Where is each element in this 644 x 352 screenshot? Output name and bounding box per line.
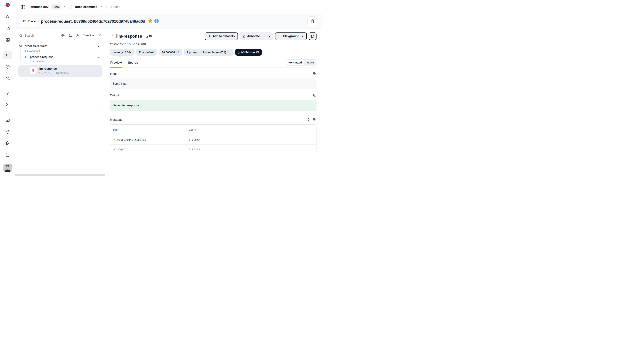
file-json-icon: [6, 91, 10, 96]
rail-datasets[interactable]: [3, 151, 12, 159]
horizontal-scrollbar[interactable]: [16, 174, 105, 176]
tree-node-label: process-request: [24, 44, 48, 48]
collapse-node-button[interactable]: [97, 45, 100, 49]
rail-annotation[interactable]: [3, 139, 12, 147]
collapse-node-button[interactable]: [97, 56, 100, 60]
copy-input-button[interactable]: [313, 72, 316, 76]
rail-search[interactable]: [3, 13, 12, 21]
user-avatar[interactable]: [4, 164, 12, 172]
trace-type-chip: Trace: [20, 17, 38, 26]
copy-metadata-button[interactable]: [313, 118, 316, 122]
cost-badge[interactable]: $0.000004: [159, 49, 182, 56]
rail-traces[interactable]: [3, 51, 12, 59]
expand-metadata-button[interactable]: [307, 118, 310, 122]
rail-insights[interactable]: [3, 128, 12, 136]
users-icon: [6, 76, 10, 80]
trace-tree-icon: [23, 19, 26, 23]
rail-playground[interactable]: [3, 101, 12, 109]
input-section-header: Input: [110, 72, 316, 76]
annotate-button[interactable]: Annotate: [240, 32, 262, 40]
input-content: Some input: [110, 78, 316, 89]
rail-prompts[interactable]: [3, 90, 12, 97]
public-share-button[interactable]: [154, 19, 159, 24]
output-label: Output: [110, 94, 119, 97]
output-section-header: Output: [110, 94, 316, 97]
observation-timestamp: 2025-12-03 15:56:19.289: [110, 43, 316, 46]
chevron-right-icon: [113, 139, 116, 141]
rail-users[interactable]: [3, 74, 12, 82]
chevron-down-icon: [301, 35, 304, 38]
llm-pinwheel-icon: [110, 34, 114, 39]
database-icon: [6, 153, 10, 157]
search-icon: [6, 15, 10, 19]
search-input[interactable]: Search: [19, 34, 58, 37]
tree-node-usage: 2 → 2 (Σ 4): [38, 72, 52, 75]
annotate-dropdown-button[interactable]: [266, 32, 273, 40]
bookmark-star-button[interactable]: [148, 19, 153, 24]
breadcrumb-org[interactable]: langfuse-dev: [30, 5, 48, 9]
trace-tree: process-request Σ $0.000004 process-requ…: [16, 42, 105, 77]
copy-icon: [313, 118, 316, 122]
timeline-toggle[interactable]: Timeline: [83, 34, 94, 37]
dashboard-icon: [6, 38, 10, 42]
unfold-vertical-icon: [307, 118, 310, 122]
tab-preview[interactable]: Preview: [110, 60, 122, 67]
trash-icon: [310, 19, 314, 23]
trace-title: process-request: b8789d62464dc7627016d97…: [41, 19, 145, 24]
model-badge[interactable]: gpt-3.5-turbo: [235, 49, 262, 56]
id-label: ID: [149, 35, 152, 38]
breadcrumb-section[interactable]: Traces: [111, 5, 120, 9]
sidebar-toggle-button[interactable]: [20, 4, 26, 10]
tree-settings-button[interactable]: [68, 34, 72, 37]
observation-title: llm-response: [116, 34, 142, 39]
metadata-row-value: 3 items: [188, 148, 314, 151]
content-split: Search Timeline: [16, 29, 322, 176]
tree-node-generation-selected[interactable]: llm-response 2 → 2 (Σ 4) $0.000004: [18, 65, 102, 77]
trace-tree-icon: [6, 53, 10, 57]
copy-id-button[interactable]: ID: [144, 35, 152, 38]
rail-home[interactable]: [3, 25, 12, 32]
playground-button[interactable]: Playground: [275, 32, 307, 40]
org-switcher[interactable]: [64, 5, 67, 9]
span-arrows-icon: [24, 55, 28, 59]
add-to-datasets-button[interactable]: Add to datasets: [205, 32, 238, 40]
breadcrumb-separator: [106, 5, 108, 9]
comment-icon: [311, 34, 314, 38]
collapse-panel-button[interactable]: [98, 34, 101, 37]
tree-node-trace[interactable]: process-request Σ $0.000004: [18, 44, 104, 52]
tab-scores[interactable]: Scores: [128, 60, 138, 67]
chevron-down-icon: [64, 5, 67, 8]
terminal-icon: [6, 103, 10, 107]
observation-badges: Latency: 0.00s Env: default $0.000004 2 …: [110, 49, 316, 56]
top-bar: langfuse-dev Team docs-examples Traces: [16, 0, 322, 14]
tree-toolbar: Search Timeline: [16, 29, 105, 42]
comments-button[interactable]: [308, 32, 316, 40]
search-placeholder: Search: [24, 34, 34, 37]
format-formatted-option[interactable]: Formatted: [286, 60, 304, 65]
copy-output-button[interactable]: [313, 94, 316, 97]
clock-icon: [6, 65, 10, 69]
metadata-row[interactable]: scope 3 items: [110, 144, 316, 154]
playground-terminal-icon: [278, 35, 282, 38]
langfuse-logo: [5, 2, 10, 7]
format-json-option[interactable]: JSON: [304, 60, 316, 65]
tree-node-span[interactable]: process-request Σ $0.000004: [18, 55, 104, 63]
download-icon: [76, 34, 80, 37]
tree-node-label: process-request: [30, 55, 53, 59]
project-switcher[interactable]: [99, 5, 102, 9]
rail-evaluators[interactable]: [3, 116, 12, 124]
metadata-row[interactable]: resourceAttributes 4 items: [110, 135, 316, 144]
breadcrumb-project[interactable]: docs-examples: [75, 5, 97, 9]
delete-trace-button[interactable]: [307, 16, 317, 26]
trace-tree-icon: [19, 44, 22, 48]
annotation-clipboard-icon: [6, 141, 10, 146]
collapse-all-button[interactable]: [61, 34, 65, 37]
metadata-table: Path Value resourceAttributes 4 items: [110, 124, 316, 154]
usage-badge[interactable]: 2 prompt → 2 completion (Σ 4): [184, 49, 233, 56]
chevron-down-icon: [268, 35, 271, 38]
download-button[interactable]: [76, 34, 80, 37]
rail-sessions[interactable]: [3, 63, 12, 71]
metadata-row-value: 4 items: [188, 138, 314, 141]
rail-dashboards[interactable]: [3, 36, 12, 44]
annotate-label: Annotate: [247, 35, 260, 38]
